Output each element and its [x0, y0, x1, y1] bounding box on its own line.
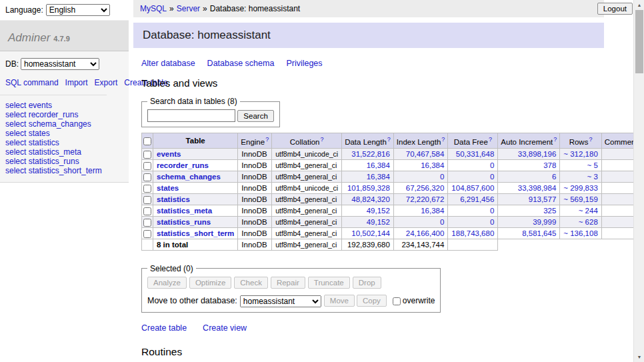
row-checkbox[interactable] — [143, 185, 151, 193]
sidebar-item-select-statistics-meta: select statistics_meta — [5, 147, 123, 157]
scrollbar-up-icon[interactable]: ▲ — [634, 0, 644, 10]
column-help-link[interactable]: ? — [321, 136, 324, 143]
select-statistics-short-term-link[interactable]: select statistics_short_term — [5, 166, 102, 175]
cell-table-name: statistics_meta — [153, 205, 238, 216]
column-help-link[interactable]: ? — [387, 136, 391, 143]
statistics-meta-table-link[interactable]: statistics_meta — [157, 207, 212, 215]
search-button[interactable]: Search — [237, 110, 273, 122]
move-db-select[interactable]: homeassistant — [240, 295, 321, 307]
cell-index-length: 0 — [393, 171, 448, 182]
cell-rows: ~ 299,833 — [560, 182, 601, 193]
vertical-scrollbar: ▲ ▼ — [633, 0, 644, 362]
repair-button[interactable]: Repair — [271, 277, 305, 289]
create-table-link[interactable]: Create table — [141, 323, 187, 333]
cell-collation: utf8mb4_general_ci — [272, 216, 342, 227]
column-label: Auto Increment — [501, 138, 553, 146]
select-statistics-link[interactable]: select statistics — [5, 138, 59, 147]
total-data-length: 192,839,680 — [342, 239, 394, 250]
row-checkbox[interactable] — [143, 207, 151, 215]
cell-data-free: 104,857,600 — [448, 182, 498, 193]
cell-data-free: 50,331,648 — [448, 148, 498, 159]
cell-auto-increment: 325 — [498, 205, 560, 216]
scrollbar-thumb[interactable] — [635, 10, 643, 73]
select-statistics-runs-link[interactable]: select statistics_runs — [5, 157, 79, 166]
table-body: eventsInnoDButf8mb4_unicode_ci31,522,816… — [142, 148, 644, 239]
statistics-runs-table-link[interactable]: statistics_runs — [157, 218, 211, 226]
cell-rows: ~ 244 — [560, 205, 601, 216]
analyze-button[interactable]: Analyze — [147, 277, 187, 289]
link-privileges[interactable]: Privileges — [286, 59, 322, 68]
move-button[interactable]: Move — [324, 295, 355, 307]
events-table-link[interactable]: events — [157, 150, 181, 158]
select-statistics-meta-link[interactable]: select statistics_meta — [5, 147, 81, 157]
row-checkbox[interactable] — [143, 173, 151, 181]
truncate-button[interactable]: Truncate — [308, 277, 350, 289]
move-row: Move to other database:homeassistantMove… — [147, 295, 435, 307]
row-checkbox[interactable] — [143, 219, 151, 227]
statistics-short-term-table-link[interactable]: statistics_short_term — [157, 229, 234, 237]
app-logo: Adminer4.7.9 — [0, 20, 129, 51]
optimize-button[interactable]: Optimize — [189, 277, 231, 289]
sidebar-link-export[interactable]: Export — [95, 78, 118, 87]
scrollbar-down-icon[interactable]: ▼ — [634, 352, 644, 362]
states-table-link[interactable]: states — [157, 184, 179, 192]
cell-auto-increment: 913,577 — [498, 193, 560, 205]
search-input[interactable] — [147, 109, 235, 122]
cell-table-name: events — [153, 148, 238, 159]
cell-data-free: 0 — [448, 171, 498, 182]
cell-index-length: 0 — [393, 216, 448, 227]
breadcrumb-link-server[interactable]: Server — [177, 4, 200, 13]
cell-auto-increment: 33,898,196 — [498, 148, 560, 159]
row-checkbox[interactable] — [143, 196, 151, 204]
sidebar-item-select-statistics-short-term: select statistics_short_term — [5, 166, 123, 175]
column-label: Rows — [569, 138, 589, 146]
select-all-checkbox[interactable] — [143, 137, 151, 145]
row-select-cell — [142, 227, 153, 239]
column-help-link[interactable]: ? — [265, 136, 269, 143]
link-database-schema[interactable]: Database schema — [207, 59, 275, 68]
column-help-link[interactable]: ? — [441, 136, 445, 143]
column-help-link[interactable]: ? — [489, 136, 492, 143]
column-help-link[interactable]: ? — [553, 136, 557, 143]
link-alter-database[interactable]: Alter database — [141, 59, 195, 68]
drop-button[interactable]: Drop — [353, 277, 381, 289]
breadcrumb-current: Database: homeassistant — [210, 4, 300, 13]
total-label: 8 in total — [153, 239, 238, 250]
cell-data-free: 0 — [448, 205, 498, 216]
row-checkbox[interactable] — [143, 230, 151, 238]
cell-table-name: schema_changes — [153, 171, 238, 182]
overwrite-checkbox[interactable] — [393, 297, 401, 305]
sidebar-link-import[interactable]: Import — [65, 78, 88, 87]
cell-data-length: 16,384 — [342, 171, 394, 182]
create-view-link[interactable]: Create view — [203, 323, 247, 333]
sidebar-item-select-events: select events — [5, 101, 123, 110]
cell-table-name: states — [153, 182, 238, 193]
db-select[interactable]: homeassistant — [21, 58, 99, 70]
cell-collation: utf8mb4_general_ci — [272, 227, 342, 239]
sidebar-menu: DB:homeassistant SQL commandImportExport… — [0, 51, 129, 183]
breadcrumb-link-mysql[interactable]: MySQL — [140, 4, 167, 13]
select-schema-changes-link[interactable]: select schema_changes — [5, 119, 91, 129]
check-button[interactable]: Check — [234, 277, 268, 289]
page-title: Database: homeassistant — [133, 23, 604, 48]
app-name[interactable]: Adminer — [8, 31, 50, 44]
statistics-table-link[interactable]: statistics — [157, 195, 190, 203]
select-events-link[interactable]: select events — [5, 101, 52, 110]
app-version: 4.7.9 — [53, 35, 69, 43]
select-states-link[interactable]: select states — [5, 129, 50, 138]
logout-button[interactable]: Logout — [597, 3, 633, 15]
column-label: Collation — [290, 138, 320, 146]
language-select[interactable]: English — [46, 4, 110, 16]
column-label: Index Length — [397, 138, 441, 146]
row-checkbox[interactable] — [143, 162, 151, 170]
schema-changes-table-link[interactable]: schema_changes — [157, 173, 221, 181]
column-help-link[interactable]: ? — [589, 136, 592, 143]
sidebar-link-sql-command[interactable]: SQL command — [5, 78, 59, 87]
row-checkbox[interactable] — [143, 151, 151, 159]
copy-button[interactable]: Copy — [357, 295, 387, 307]
column-label: Table — [186, 137, 205, 145]
table-row: eventsInnoDButf8mb4_unicode_ci31,522,816… — [142, 148, 644, 159]
select-recorder-runs-link[interactable]: select recorder_runs — [5, 110, 78, 119]
cell-data-length: 10,502,144 — [342, 227, 394, 239]
recorder-runs-table-link[interactable]: recorder_runs — [157, 161, 209, 169]
